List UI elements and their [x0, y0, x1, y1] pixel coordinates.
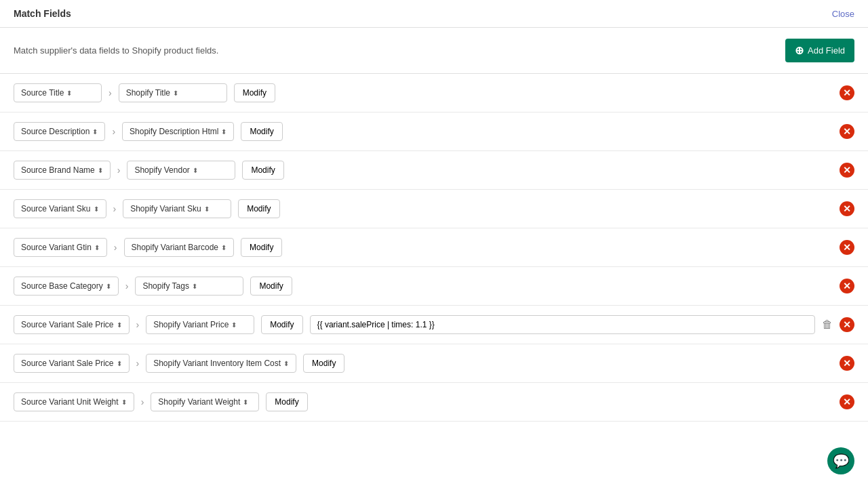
toolbar: Match supplier's data fields to Shopify …	[0, 28, 868, 74]
trash-icon[interactable]: 🗑	[822, 319, 833, 331]
field-row: Source Variant Gtin ⬍›Shopify Variant Ba…	[0, 228, 868, 267]
header: Match Fields Close	[0, 0, 868, 28]
remove-button[interactable]: ✕	[840, 85, 854, 100]
field-row: Source Brand Name ⬍›Shopify Vendor ⬍Modi…	[0, 151, 868, 190]
close-link[interactable]: Close	[832, 9, 854, 19]
remove-button[interactable]: ✕	[840, 279, 854, 293]
source-select[interactable]: Source Description ⬍	[14, 122, 105, 141]
modify-button[interactable]: Modify	[242, 161, 283, 180]
remove-button[interactable]: ✕	[840, 394, 854, 409]
arrow-icon: ›	[108, 87, 112, 98]
shopify-select[interactable]: Shopify Variant Inventory Item Cost ⬍	[146, 354, 296, 373]
modify-button[interactable]: Modify	[241, 122, 282, 141]
modify-button[interactable]: Modify	[238, 199, 279, 218]
add-field-button[interactable]: ⊕ Add Field	[785, 39, 854, 62]
page-title: Match Fields	[14, 8, 71, 19]
arrow-icon: ›	[112, 126, 115, 137]
modify-button[interactable]: Modify	[303, 354, 344, 373]
source-select[interactable]: Source Base Category ⬍	[14, 277, 119, 296]
shopify-select[interactable]: Shopify Title ⬍	[119, 83, 227, 102]
modify-input[interactable]	[310, 315, 815, 334]
source-select[interactable]: Source Variant Sale Price ⬍	[14, 354, 130, 373]
shopify-select[interactable]: Shopify Vendor ⬍	[127, 161, 235, 180]
add-field-label: Add Field	[808, 45, 845, 56]
arrow-icon: ›	[114, 242, 117, 253]
field-row: Source Base Category ⬍›Shopify Tags ⬍Mod…	[0, 267, 868, 306]
arrow-icon: ›	[113, 203, 117, 214]
shopify-select[interactable]: Shopify Variant Sku ⬍	[123, 199, 231, 218]
field-row: Source Variant Sale Price ⬍›Shopify Vari…	[0, 306, 868, 344]
remove-button[interactable]: ✕	[840, 240, 854, 255]
field-row: Source Variant Unit Weight ⬍›Shopify Var…	[0, 383, 868, 422]
field-row: Source Description ⬍›Shopify Description…	[0, 113, 868, 151]
arrow-icon: ›	[136, 358, 140, 369]
shopify-select[interactable]: Shopify Variant Barcode ⬍	[124, 238, 235, 257]
shopify-select[interactable]: Shopify Variant Weight ⬍	[151, 392, 259, 411]
arrow-icon: ›	[136, 319, 140, 330]
source-select[interactable]: Source Variant Gtin ⬍	[14, 238, 107, 257]
rows-container: Source Title ⬍›Shopify Title ⬍Modify✕Sou…	[0, 74, 868, 422]
shopify-select[interactable]: Shopify Description Html ⬍	[122, 122, 234, 141]
modify-button[interactable]: Modify	[234, 83, 275, 102]
add-field-icon: ⊕	[795, 44, 804, 57]
modify-button[interactable]: Modify	[261, 315, 302, 334]
modify-button[interactable]: Modify	[266, 392, 307, 411]
modify-button[interactable]: Modify	[241, 238, 282, 257]
field-row: Source Variant Sku ⬍›Shopify Variant Sku…	[0, 190, 868, 228]
source-select[interactable]: Source Variant Sale Price ⬍	[14, 315, 130, 334]
toolbar-description: Match supplier's data fields to Shopify …	[14, 45, 218, 56]
arrow-icon: ›	[125, 281, 129, 291]
field-row: Source Title ⬍›Shopify Title ⬍Modify✕	[0, 74, 868, 113]
remove-button[interactable]: ✕	[840, 317, 854, 332]
modify-button[interactable]: Modify	[250, 277, 292, 296]
remove-button[interactable]: ✕	[840, 201, 854, 216]
remove-button[interactable]: ✕	[840, 356, 854, 371]
source-select[interactable]: Source Title ⬍	[14, 83, 102, 102]
remove-button[interactable]: ✕	[840, 124, 854, 139]
arrow-icon: ›	[141, 396, 144, 407]
field-row: Source Variant Sale Price ⬍›Shopify Vari…	[0, 344, 868, 383]
shopify-select[interactable]: Shopify Tags ⬍	[135, 277, 243, 296]
source-select[interactable]: Source Brand Name ⬍	[14, 161, 111, 180]
source-select[interactable]: Source Variant Unit Weight ⬍	[14, 392, 134, 411]
arrow-icon: ›	[117, 165, 121, 176]
remove-button[interactable]: ✕	[840, 163, 854, 178]
shopify-select[interactable]: Shopify Variant Price ⬍	[146, 315, 254, 334]
source-select[interactable]: Source Variant Sku ⬍	[14, 199, 106, 218]
